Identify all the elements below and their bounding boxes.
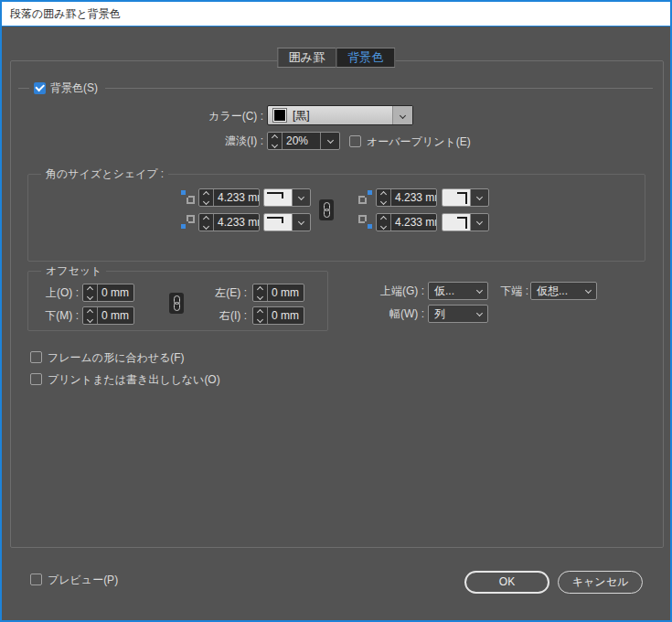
chevron-down-icon[interactable] [471, 283, 487, 299]
color-label: カラー(C) : [165, 106, 263, 126]
chevron-down-icon[interactable] [471, 189, 487, 206]
stepper-buttons-icon[interactable] [83, 307, 98, 324]
corner-top-left-stepper[interactable]: 4.233 mm [198, 188, 260, 207]
tab-border[interactable]: 囲み罫 [277, 48, 336, 68]
tab-shading[interactable]: 背景色 [336, 48, 395, 68]
shading-enable-group: 背景色(S) [18, 81, 653, 94]
corner-bottom-right-value[interactable]: 4.233 mm [391, 214, 436, 231]
fit-frame-checkbox[interactable] [30, 351, 42, 363]
corner-bottom-right-shape-dropdown[interactable] [442, 213, 489, 231]
tint-stepper[interactable]: 20% [267, 132, 340, 150]
top-edge-dropdown[interactable]: 仮... [428, 282, 488, 300]
width-dropdown[interactable]: 列 [428, 305, 488, 323]
offset-left-label: 左(E) : [207, 284, 247, 302]
bottom-edge-dropdown[interactable]: 仮想... [530, 282, 597, 300]
color-swatch [273, 109, 286, 122]
corner-size-shape-group: 角のサイズとシェイプ : [27, 174, 645, 262]
offset-bottom-label: 下(M) : [33, 306, 79, 325]
stepper-buttons-icon[interactable] [199, 214, 214, 231]
ok-button[interactable]: OK [464, 571, 549, 594]
cancel-button[interactable]: キャンセル [558, 571, 643, 594]
no-print-checkbox[interactable] [30, 373, 42, 385]
chevron-down-icon[interactable] [293, 214, 309, 231]
stepper-buttons-icon[interactable] [199, 189, 214, 206]
window-title: 段落の囲み罫と背景色 [10, 2, 121, 26]
no-print-label[interactable]: プリントまたは書き出ししない(O) [48, 370, 220, 389]
bottom-edge-label: 下端 : [490, 282, 528, 300]
corner-bottom-left-shape-dropdown[interactable] [263, 213, 311, 231]
title-bar[interactable]: 段落の囲み罫と背景色 [2, 2, 670, 27]
offset-left-value[interactable]: 0 mm [268, 284, 304, 301]
bottom-edge-value: 仮想... [531, 283, 580, 299]
stepper-buttons-icon[interactable] [268, 133, 283, 149]
width-value: 列 [429, 306, 471, 322]
corner-top-left-shape-dropdown[interactable] [263, 188, 311, 207]
chevron-down-icon[interactable] [580, 283, 596, 299]
stepper-buttons-icon[interactable] [377, 189, 391, 206]
color-value: [黒] [293, 108, 392, 123]
overprint-label[interactable]: オーバープリント(E) [367, 133, 471, 151]
chevron-down-icon[interactable] [471, 306, 487, 322]
corner-top-left-value[interactable]: 4.233 mm [214, 189, 259, 206]
legend-line-left [18, 88, 29, 89]
offset-bottom-stepper[interactable]: 0 mm [82, 306, 134, 325]
offset-top-value[interactable]: 0 mm [98, 284, 133, 301]
offset-right-stepper[interactable]: 0 mm [252, 306, 304, 325]
offset-bottom-value[interactable]: 0 mm [98, 307, 133, 324]
stepper-buttons-icon[interactable] [83, 284, 98, 301]
shading-enable-label[interactable]: 背景色(S) [50, 80, 98, 96]
fit-frame-label[interactable]: フレームの形に合わせる(F) [48, 349, 185, 367]
preview-checkbox[interactable] [30, 574, 42, 585]
shading-enable-checkbox[interactable] [34, 82, 46, 94]
corner-top-right-value[interactable]: 4.233 mm [391, 189, 436, 206]
corner-shape-preview-icon [264, 189, 293, 206]
top-edge-label: 上端(G) : [362, 282, 424, 300]
corner-bottom-right-stepper[interactable]: 4.233 mm [376, 213, 437, 231]
corner-shape-preview-icon [443, 189, 471, 206]
corner-bottom-left-icon [181, 215, 195, 229]
overprint-checkbox[interactable] [349, 135, 361, 147]
color-dropdown[interactable]: [黒] [267, 105, 413, 125]
chevron-down-icon[interactable] [293, 189, 309, 206]
corner-bottom-left-value[interactable]: 4.233 mm [214, 214, 259, 231]
width-label: 幅(W) : [362, 305, 424, 323]
corner-top-right-stepper[interactable]: 4.233 mm [376, 188, 437, 207]
preview-label[interactable]: プレビュー(P) [48, 571, 118, 589]
tint-label: 濃淡(I) : [165, 132, 263, 150]
chevron-down-icon[interactable] [471, 214, 487, 231]
paragraph-border-shading-dialog: 段落の囲み罫と背景色 囲み罫 背景色 背景色(S) カラー(C) : [黒] 濃… [0, 0, 672, 622]
offset-legend: オフセット [41, 263, 106, 278]
corner-shape-preview-icon [443, 214, 471, 231]
offset-link-chain-icon[interactable] [169, 293, 184, 314]
corner-bottom-left-stepper[interactable]: 4.233 mm [198, 213, 260, 231]
corner-top-left-icon [181, 190, 195, 204]
stepper-buttons-icon[interactable] [253, 307, 268, 324]
corner-link-chain-icon[interactable] [319, 199, 334, 220]
corner-top-right-shape-dropdown[interactable] [442, 188, 489, 207]
chevron-down-icon[interactable] [392, 106, 412, 124]
corner-shape-preview-icon [264, 214, 293, 231]
legend-line-right [105, 88, 653, 89]
tint-value[interactable]: 20% [283, 133, 320, 149]
offset-left-stepper[interactable]: 0 mm [252, 284, 304, 302]
offset-right-value[interactable]: 0 mm [268, 307, 304, 324]
chevron-down-icon[interactable] [320, 133, 339, 149]
corner-bottom-right-icon [358, 215, 372, 229]
stepper-buttons-icon[interactable] [253, 284, 268, 301]
stepper-buttons-icon[interactable] [377, 214, 391, 231]
offset-top-label: 上(O) : [33, 284, 79, 302]
corner-size-shape-legend: 角のサイズとシェイプ : [41, 166, 168, 181]
offset-top-stepper[interactable]: 0 mm [82, 284, 134, 302]
corner-top-right-icon [358, 190, 372, 204]
tab-group: 囲み罫 背景色 [277, 48, 395, 68]
top-edge-value: 仮... [429, 283, 471, 299]
offset-right-label: 右(I) : [207, 306, 247, 325]
